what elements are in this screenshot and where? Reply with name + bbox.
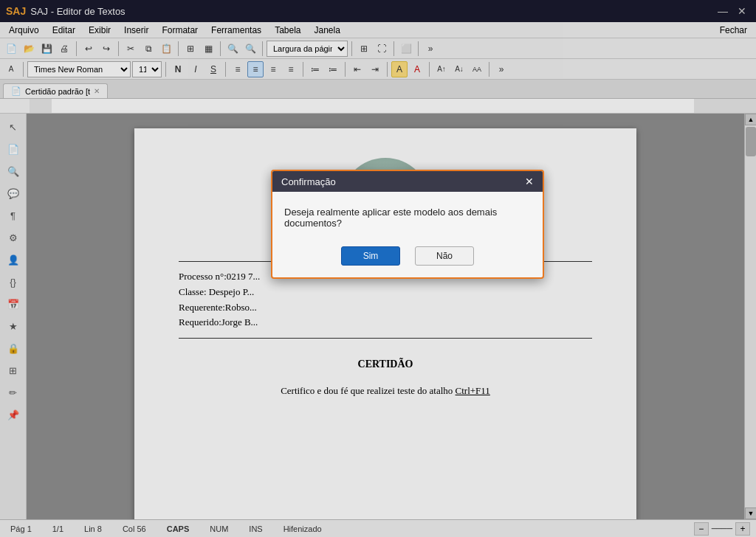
dialog-header: Confirmação ✕	[272, 171, 543, 192]
dialog-close-icon[interactable]: ✕	[525, 176, 534, 187]
confirmation-dialog: Confirmação ✕ Deseja realmente aplicar e…	[271, 170, 544, 279]
dialog-title: Confirmação	[281, 176, 336, 187]
dialog-no-button[interactable]: Não	[415, 246, 474, 266]
dialog-buttons: Sim Não	[272, 240, 543, 277]
dialog-body: Deseja realmente aplicar este modelo aos…	[272, 192, 543, 240]
dialog-message: Deseja realmente aplicar este modelo aos…	[284, 207, 497, 229]
dialog-overlay: Confirmação ✕ Deseja realmente aplicar e…	[0, 0, 756, 537]
dialog-yes-button[interactable]: Sim	[341, 246, 400, 266]
